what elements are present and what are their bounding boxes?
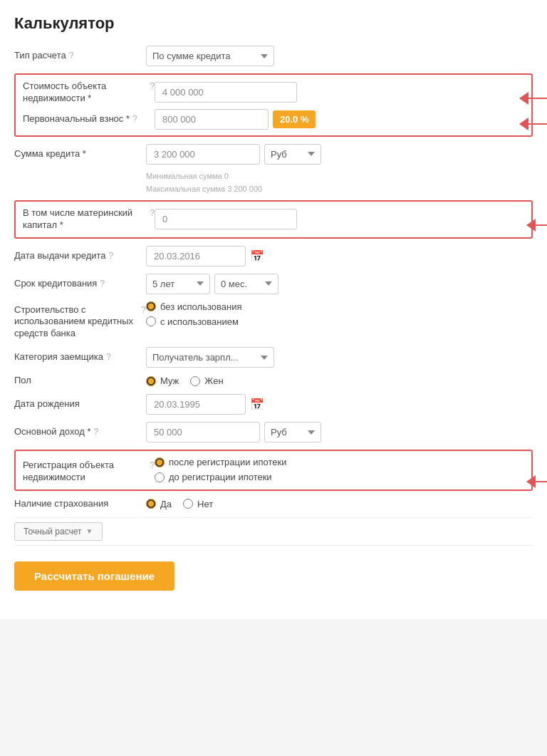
stoimost-input[interactable] (155, 82, 297, 103)
data-vydachi-control: 📅 (146, 246, 533, 266)
stroitelstvo-radio-group: без использования с использованием (146, 301, 241, 327)
strahovanie-control: Да Нет (146, 499, 533, 509)
kategoriya-label: Категория заемщика ? (14, 351, 146, 363)
strahovanie-da-option[interactable]: Да (146, 499, 172, 509)
data-vydachi-row: Дата выдачи кредита ? 📅 (14, 246, 533, 266)
registraciya-section: Регистрация объекта недвижимости ? после… (14, 450, 533, 491)
osnovnoy-dohod-help-icon[interactable]: ? (93, 427, 98, 438)
exact-calc-button[interactable]: Точный расчет ▼ (14, 522, 103, 541)
data-vydachi-input[interactable] (146, 246, 246, 266)
tip-rascheta-select[interactable]: По сумме кредита (146, 46, 274, 66)
pol-label: Пол (14, 375, 146, 387)
exact-calc-chevron-icon: ▼ (86, 527, 93, 535)
stoimost-row: Стоимость объекта недвижимости * ? (23, 81, 524, 105)
stoimost-control (155, 82, 524, 103)
strahovanie-radio-group: Да Нет (146, 499, 213, 509)
registraciya-row: Регистрация объекта недвижимости ? после… (23, 457, 524, 484)
matkapital-section: В том числе материнский капитал * ? Данн… (14, 200, 533, 239)
osnovnoy-dohod-row: Основной доход * ? Руб (14, 422, 533, 442)
pervonach-control: 20.0 % (155, 109, 524, 130)
stroitelstvo-s-option[interactable]: с использованием (146, 316, 241, 327)
strahovanie-net-option[interactable]: Нет (183, 499, 213, 509)
registraciya-label: Регистрация объекта недвижимости ? (23, 457, 155, 484)
summa-row: Сумма кредита * Руб (14, 144, 533, 165)
matkapital-row: В том числе материнский капитал * ? (23, 207, 524, 232)
registraciya-annotation: Здесь следует указать, планируете ли Вы … (527, 464, 547, 499)
data-rozhdeniya-row: Дата рождения 📅 (14, 394, 533, 415)
srok-let-select[interactable]: 5 лет (146, 274, 210, 294)
min-summa-hint: Минимальная сумма 0 (146, 172, 533, 180)
data-rozhdeniya-control: 📅 (146, 394, 533, 415)
divider-1 (14, 517, 533, 518)
stroitelstvo-label: Строительство с использованием кредитных… (14, 301, 146, 341)
data-vydachi-calendar-icon[interactable]: 📅 (250, 249, 264, 263)
strahovanie-row: Наличие страхования Да Нет (14, 498, 533, 510)
srok-mes-select[interactable]: 0 мес. (214, 274, 278, 294)
srok-row: Срок кредитования ? 5 лет 0 мес. (14, 274, 533, 294)
strahovanie-da-radio[interactable] (146, 499, 156, 509)
pol-muzh-option[interactable]: Муж (146, 376, 179, 386)
stroitelstvo-bez-radio[interactable] (146, 301, 156, 311)
srok-help-icon[interactable]: ? (100, 279, 105, 290)
data-rozhdeniya-input[interactable] (146, 394, 246, 415)
matkapital-annotation: Данная графа заполняется в том случае, е… (527, 207, 547, 243)
pol-row: Пол Муж Жен (14, 375, 533, 387)
pol-muzh-radio[interactable] (146, 376, 156, 386)
tip-rascheta-label: Тип расчета ? (14, 50, 146, 62)
strahovanie-net-radio[interactable] (183, 499, 193, 509)
summa-control: Руб (146, 144, 533, 165)
registraciya-do-radio[interactable] (155, 472, 165, 482)
srok-control: 5 лет 0 мес. (146, 274, 533, 294)
registraciya-posle-option[interactable]: после регистрации ипотеки (155, 457, 286, 467)
tip-rascheta-row: Тип расчета ? По сумме кредита (14, 46, 533, 66)
stroitelstvo-help-icon[interactable]: ? (141, 305, 146, 316)
registraciya-do-option[interactable]: до регистрации ипотеки (155, 472, 286, 482)
pervonach-input[interactable] (155, 109, 269, 130)
registraciya-control: после регистрации ипотеки до регистрации… (155, 457, 524, 482)
stoimost-label: Стоимость объекта недвижимости * ? (23, 81, 155, 105)
kategoriya-control: Получатель зарпл... (146, 347, 533, 368)
pol-zhen-option[interactable]: Жен (190, 376, 223, 386)
osnovnoy-dohod-label: Основной доход * ? (14, 426, 146, 438)
summa-currency-select[interactable]: Руб (264, 144, 321, 165)
stroitelstvo-control: без использования с использованием (146, 301, 533, 327)
pervonach-label: Первоначальный взнос * ? (23, 113, 155, 125)
pervonach-percent: 20.0 % (273, 110, 316, 128)
osnovnoy-dohod-currency-select[interactable]: Руб (264, 422, 321, 442)
kategoriya-row: Категория заемщика ? Получатель зарпл... (14, 347, 533, 368)
kategoriya-select[interactable]: Получатель зарпл... (146, 347, 274, 368)
data-vydachi-help-icon[interactable]: ? (109, 251, 114, 262)
osnovnoy-dohod-input[interactable] (146, 422, 260, 442)
summa-input[interactable] (146, 144, 260, 165)
tip-rascheta-control: По сумме кредита (146, 46, 533, 66)
max-summa-hint: Максимальная сумма 3 200 000 (146, 185, 533, 193)
pol-control: Муж Жен (146, 376, 533, 386)
stroitelstvo-bez-option[interactable]: без использования (146, 301, 241, 312)
page-title: Калькулятор (14, 14, 533, 33)
calc-button[interactable]: Рассчитать погашение (14, 561, 174, 591)
divider-2 (14, 545, 533, 546)
registraciya-help-icon[interactable]: ? (150, 460, 155, 472)
pervonach-help-icon[interactable]: ? (132, 114, 137, 125)
data-rozhdeniya-label: Дата рождения (14, 398, 146, 410)
registraciya-posle-radio[interactable] (155, 457, 165, 467)
matkapital-label: В том числе материнский капитал * ? (23, 207, 155, 232)
strahovanie-label: Наличие страхования (14, 498, 146, 510)
data-vydachi-label: Дата выдачи кредита ? (14, 250, 146, 262)
data-rozhdeniya-calendar-icon[interactable]: 📅 (250, 398, 264, 411)
pol-zhen-radio[interactable] (190, 376, 200, 386)
pol-radio-group: Муж Жен (146, 376, 224, 386)
osnovnoy-dohod-control: Руб (146, 422, 533, 442)
matkapital-help-icon[interactable]: ? (150, 208, 155, 219)
kategoriya-help-icon[interactable]: ? (106, 352, 111, 363)
stroitelstvo-row: Строительство с использованием кредитных… (14, 301, 533, 341)
stoimost-section: Стоимость объекта недвижимости * ? Перво… (14, 73, 533, 137)
pervonach-row: Первоначальный взнос * ? 20.0 % (23, 109, 524, 130)
matkapital-input[interactable] (155, 209, 297, 229)
tip-rascheta-help-icon[interactable]: ? (69, 51, 74, 62)
srok-label: Срок кредитования ? (14, 278, 146, 290)
registraciya-radio-group: после регистрации ипотеки до регистрации… (155, 457, 286, 482)
stroitelstvo-s-radio[interactable] (146, 316, 156, 326)
stoimost-help-icon[interactable]: ? (150, 81, 155, 93)
exact-calc-row: Точный расчет ▼ (14, 522, 533, 541)
